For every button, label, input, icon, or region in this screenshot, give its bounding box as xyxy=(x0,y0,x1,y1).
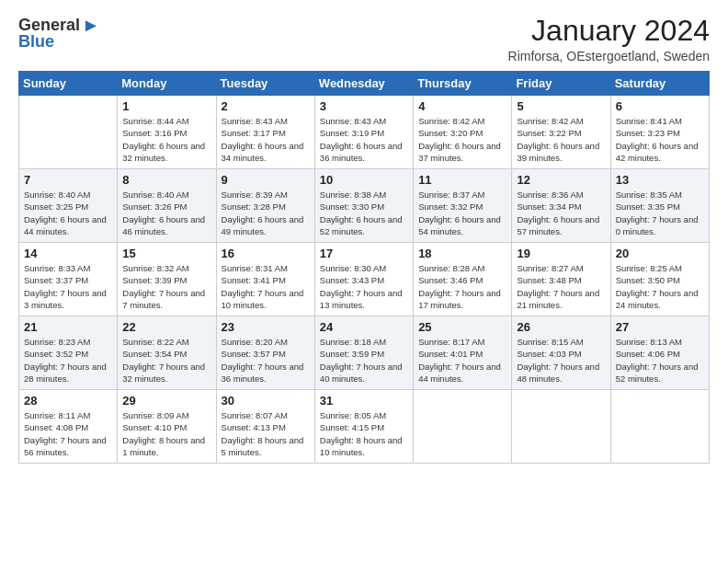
day-number: 23 xyxy=(222,320,310,334)
logo: General ► Blue xyxy=(18,15,100,52)
day-info: Sunrise: 8:38 AMSunset: 3:30 PMDaylight:… xyxy=(320,189,408,237)
weekday-header-row: Sunday Monday Tuesday Wednesday Thursday… xyxy=(19,72,710,96)
day-number: 30 xyxy=(222,394,310,408)
calendar-cell: 22Sunrise: 8:22 AMSunset: 3:54 PMDayligh… xyxy=(118,316,216,390)
calendar-cell: 18Sunrise: 8:28 AMSunset: 3:46 PMDayligh… xyxy=(414,243,512,316)
calendar-cell: 27Sunrise: 8:13 AMSunset: 4:06 PMDayligh… xyxy=(610,316,709,390)
calendar-week-row: 7Sunrise: 8:40 AMSunset: 3:25 PMDaylight… xyxy=(19,169,710,243)
calendar-cell: 9Sunrise: 8:39 AMSunset: 3:28 PMDaylight… xyxy=(216,169,314,243)
calendar-cell xyxy=(414,390,512,464)
day-number: 25 xyxy=(418,320,506,334)
calendar-cell: 11Sunrise: 8:37 AMSunset: 3:32 PMDayligh… xyxy=(414,169,512,243)
page: General ► Blue January 2024 Rimforsa, OE… xyxy=(0,0,728,563)
calendar-cell: 19Sunrise: 8:27 AMSunset: 3:48 PMDayligh… xyxy=(512,243,610,316)
day-number: 11 xyxy=(418,173,506,187)
header-tuesday: Tuesday xyxy=(216,72,314,96)
day-number: 6 xyxy=(616,99,704,113)
calendar-cell: 5Sunrise: 8:42 AMSunset: 3:22 PMDaylight… xyxy=(512,96,610,169)
day-number: 3 xyxy=(320,99,408,113)
calendar-week-row: 28Sunrise: 8:11 AMSunset: 4:08 PMDayligh… xyxy=(19,390,710,464)
day-info: Sunrise: 8:42 AMSunset: 3:20 PMDaylight:… xyxy=(418,115,506,164)
calendar-cell: 17Sunrise: 8:30 AMSunset: 3:43 PMDayligh… xyxy=(314,243,413,316)
day-info: Sunrise: 8:40 AMSunset: 3:25 PMDaylight:… xyxy=(24,189,112,237)
day-number: 27 xyxy=(616,320,704,334)
day-info: Sunrise: 8:35 AMSunset: 3:35 PMDaylight:… xyxy=(616,189,704,237)
calendar-week-row: 21Sunrise: 8:23 AMSunset: 3:52 PMDayligh… xyxy=(19,316,710,390)
logo-blue: Blue xyxy=(18,32,54,52)
day-info: Sunrise: 8:37 AMSunset: 3:32 PMDaylight:… xyxy=(418,189,506,237)
day-number: 7 xyxy=(24,173,112,187)
day-info: Sunrise: 8:43 AMSunset: 3:17 PMDaylight:… xyxy=(222,115,310,164)
day-info: Sunrise: 8:13 AMSunset: 4:06 PMDaylight:… xyxy=(616,336,704,385)
day-number: 14 xyxy=(24,247,112,260)
day-number: 8 xyxy=(122,173,210,187)
calendar-cell: 24Sunrise: 8:18 AMSunset: 3:59 PMDayligh… xyxy=(314,316,413,390)
day-info: Sunrise: 8:20 AMSunset: 3:57 PMDaylight:… xyxy=(222,336,310,385)
calendar-cell: 30Sunrise: 8:07 AMSunset: 4:13 PMDayligh… xyxy=(216,390,314,464)
location: Rimforsa, OEstergoetland, Sweden xyxy=(508,49,710,63)
calendar-cell: 29Sunrise: 8:09 AMSunset: 4:10 PMDayligh… xyxy=(118,390,216,464)
day-number: 2 xyxy=(222,99,310,113)
calendar-cell: 15Sunrise: 8:32 AMSunset: 3:39 PMDayligh… xyxy=(118,243,216,316)
day-number: 26 xyxy=(517,320,605,334)
day-info: Sunrise: 8:42 AMSunset: 3:22 PMDaylight:… xyxy=(517,115,605,164)
day-info: Sunrise: 8:44 AMSunset: 3:16 PMDaylight:… xyxy=(122,115,210,164)
day-info: Sunrise: 8:27 AMSunset: 3:48 PMDaylight:… xyxy=(517,262,605,311)
calendar-cell: 12Sunrise: 8:36 AMSunset: 3:34 PMDayligh… xyxy=(512,169,610,243)
day-number: 15 xyxy=(122,247,210,260)
day-number: 10 xyxy=(320,173,408,187)
day-info: Sunrise: 8:31 AMSunset: 3:41 PMDaylight:… xyxy=(222,262,310,311)
day-info: Sunrise: 8:33 AMSunset: 3:37 PMDaylight:… xyxy=(24,262,112,311)
header-wednesday: Wednesday xyxy=(314,72,413,96)
calendar-table: Sunday Monday Tuesday Wednesday Thursday… xyxy=(18,71,710,464)
header-sunday: Sunday xyxy=(19,72,118,96)
calendar-week-row: 14Sunrise: 8:33 AMSunset: 3:37 PMDayligh… xyxy=(19,243,710,316)
calendar-week-row: 1Sunrise: 8:44 AMSunset: 3:16 PMDaylight… xyxy=(19,96,710,169)
calendar-cell: 2Sunrise: 8:43 AMSunset: 3:17 PMDaylight… xyxy=(216,96,314,169)
calendar-cell: 16Sunrise: 8:31 AMSunset: 3:41 PMDayligh… xyxy=(216,243,314,316)
month-title: January 2024 xyxy=(508,15,710,47)
calendar-cell: 14Sunrise: 8:33 AMSunset: 3:37 PMDayligh… xyxy=(19,243,118,316)
header-friday: Friday xyxy=(512,72,610,96)
day-number: 21 xyxy=(24,320,112,334)
day-info: Sunrise: 8:11 AMSunset: 4:08 PMDaylight:… xyxy=(24,409,112,458)
day-number: 13 xyxy=(616,173,704,187)
calendar-cell: 1Sunrise: 8:44 AMSunset: 3:16 PMDaylight… xyxy=(118,96,216,169)
day-info: Sunrise: 8:15 AMSunset: 4:03 PMDaylight:… xyxy=(517,336,605,385)
day-info: Sunrise: 8:40 AMSunset: 3:26 PMDaylight:… xyxy=(122,189,210,237)
day-number: 1 xyxy=(122,99,210,113)
logo-bird-icon: ► xyxy=(82,15,100,36)
calendar-cell: 4Sunrise: 8:42 AMSunset: 3:20 PMDaylight… xyxy=(414,96,512,169)
day-info: Sunrise: 8:30 AMSunset: 3:43 PMDaylight:… xyxy=(320,262,408,311)
header-monday: Monday xyxy=(118,72,216,96)
calendar-cell: 10Sunrise: 8:38 AMSunset: 3:30 PMDayligh… xyxy=(314,169,413,243)
day-info: Sunrise: 8:43 AMSunset: 3:19 PMDaylight:… xyxy=(320,115,408,164)
header-saturday: Saturday xyxy=(610,72,709,96)
day-number: 4 xyxy=(418,99,506,113)
calendar-cell: 21Sunrise: 8:23 AMSunset: 3:52 PMDayligh… xyxy=(19,316,118,390)
day-number: 12 xyxy=(517,173,605,187)
day-info: Sunrise: 8:17 AMSunset: 4:01 PMDaylight:… xyxy=(418,336,506,385)
title-block: January 2024 Rimforsa, OEstergoetland, S… xyxy=(508,15,710,63)
calendar-cell xyxy=(19,96,118,169)
day-number: 16 xyxy=(222,247,310,260)
day-info: Sunrise: 8:09 AMSunset: 4:10 PMDaylight:… xyxy=(122,409,210,458)
day-info: Sunrise: 8:32 AMSunset: 3:39 PMDaylight:… xyxy=(122,262,210,311)
day-info: Sunrise: 8:05 AMSunset: 4:15 PMDaylight:… xyxy=(320,409,408,458)
calendar-cell xyxy=(512,390,610,464)
day-info: Sunrise: 8:36 AMSunset: 3:34 PMDaylight:… xyxy=(517,189,605,237)
day-info: Sunrise: 8:07 AMSunset: 4:13 PMDaylight:… xyxy=(222,409,310,458)
calendar-cell: 8Sunrise: 8:40 AMSunset: 3:26 PMDaylight… xyxy=(118,169,216,243)
day-info: Sunrise: 8:41 AMSunset: 3:23 PMDaylight:… xyxy=(616,115,704,164)
day-number: 22 xyxy=(122,320,210,334)
day-info: Sunrise: 8:25 AMSunset: 3:50 PMDaylight:… xyxy=(616,262,704,311)
calendar-cell: 31Sunrise: 8:05 AMSunset: 4:15 PMDayligh… xyxy=(314,390,413,464)
day-info: Sunrise: 8:22 AMSunset: 3:54 PMDaylight:… xyxy=(122,336,210,385)
day-info: Sunrise: 8:23 AMSunset: 3:52 PMDaylight:… xyxy=(24,336,112,385)
day-number: 17 xyxy=(320,247,408,260)
calendar-cell: 6Sunrise: 8:41 AMSunset: 3:23 PMDaylight… xyxy=(610,96,709,169)
day-number: 29 xyxy=(122,394,210,408)
day-info: Sunrise: 8:28 AMSunset: 3:46 PMDaylight:… xyxy=(418,262,506,311)
header: General ► Blue January 2024 Rimforsa, OE… xyxy=(18,15,710,63)
calendar-cell: 23Sunrise: 8:20 AMSunset: 3:57 PMDayligh… xyxy=(216,316,314,390)
